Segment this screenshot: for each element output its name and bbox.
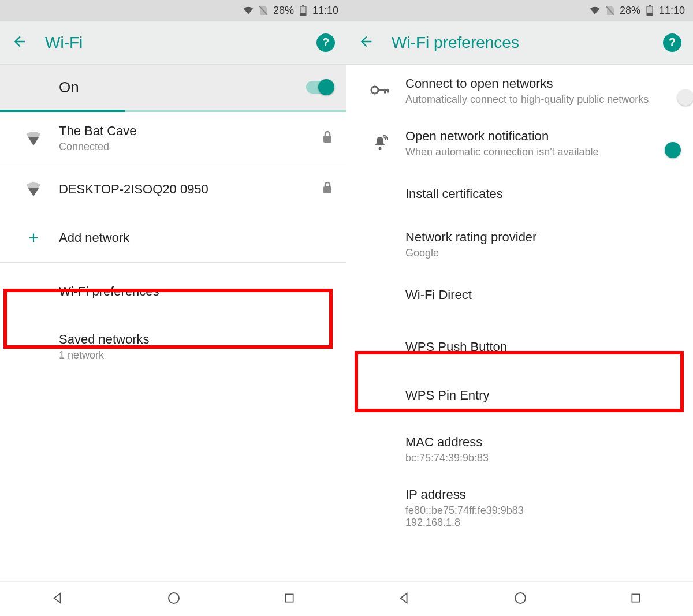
saved-networks-row[interactable]: Saved networks 1 network [0, 320, 346, 373]
svg-rect-11 [378, 89, 388, 91]
mac-value: bc:75:74:39:9b:83 [405, 452, 679, 464]
network-ssid: DESKTOP-2ISOQ20 0950 [59, 182, 322, 197]
network-ssid: The Bat Cave [59, 124, 322, 139]
add-network-label: Add network [59, 230, 333, 245]
add-network-row[interactable]: + Add network [0, 214, 346, 262]
saved-networks-count: 1 network [59, 349, 333, 361]
android-nav-bar [346, 581, 693, 616]
status-bar: 28% 11:10 [346, 0, 693, 21]
wps-pin-label: WPS Pin Entry [405, 388, 679, 403]
wifi-preferences-row[interactable]: Wi-Fi preferences [0, 263, 346, 320]
svg-rect-4 [323, 186, 331, 193]
connect-open-sub: Automatically connect to high-quality pu… [405, 94, 679, 106]
network-status: Connected [59, 141, 322, 153]
rating-title: Network rating provider [405, 230, 679, 245]
ip-address-row: IP address fe80::be75:74ff:fe39:9b83 192… [346, 476, 693, 529]
svg-point-10 [371, 87, 378, 94]
clock: 11:10 [659, 5, 685, 17]
nav-back-icon[interactable] [398, 592, 411, 607]
status-bar: 28% 11:10 [0, 0, 346, 21]
svg-point-5 [169, 593, 179, 603]
saved-networks-label: Saved networks [59, 332, 333, 347]
help-icon[interactable]: ? [663, 33, 681, 52]
wifi-on-label: On [59, 79, 306, 96]
battery-icon [646, 5, 653, 16]
page-title: Wi-Fi [45, 33, 299, 52]
wifi-signal-icon [25, 132, 42, 145]
nav-recent-icon[interactable] [284, 592, 295, 606]
svg-rect-2 [300, 13, 306, 16]
no-sim-icon [259, 6, 267, 15]
battery-pct: 28% [620, 5, 640, 17]
screen-wifi-preferences: 28% 11:10 Wi-Fi preferences ? Connect to… [346, 0, 693, 616]
android-nav-bar [0, 581, 346, 616]
key-icon [370, 84, 390, 98]
wifi-direct-label: Wi-Fi Direct [405, 288, 679, 303]
wifi-signal-icon [25, 182, 42, 196]
wifi-preferences-label: Wi-Fi preferences [59, 284, 333, 299]
nav-home-icon[interactable] [167, 591, 181, 607]
plus-icon: + [28, 228, 39, 248]
notify-sub: When automatic connection isn't availabl… [405, 146, 679, 158]
mac-address-row: MAC address bc:75:74:39:9b:83 [346, 423, 693, 476]
lock-icon [322, 130, 333, 147]
svg-point-14 [379, 147, 382, 150]
network-row[interactable]: DESKTOP-2ISOQ20 0950 [0, 165, 346, 214]
app-bar: Wi-Fi ? [0, 21, 346, 65]
wifi-direct-row[interactable]: Wi-Fi Direct [346, 271, 693, 319]
svg-rect-12 [384, 89, 386, 93]
ip-title: IP address [405, 487, 679, 502]
back-icon[interactable] [358, 33, 374, 52]
no-sim-icon [606, 6, 614, 15]
mac-title: MAC address [405, 435, 679, 450]
ip-value-1: fe80::be75:74ff:fe39:9b83 [405, 505, 679, 517]
screen-wifi: 28% 11:10 Wi-Fi ? On The Bat Cave Connec… [0, 0, 346, 616]
open-network-notification-row[interactable]: Open network notification When automatic… [346, 117, 693, 170]
wps-pin-entry-row[interactable]: WPS Pin Entry [346, 375, 693, 423]
wifi-toggle[interactable] [306, 81, 333, 94]
wps-push-label: WPS Push Button [405, 339, 679, 354]
nav-recent-icon[interactable] [630, 592, 642, 606]
nav-home-icon[interactable] [513, 591, 527, 607]
back-icon[interactable] [12, 33, 28, 52]
connect-open-networks-row[interactable]: Connect to open networks Automatically c… [346, 65, 693, 117]
install-cert-label: Install certificates [405, 186, 679, 201]
battery-icon [300, 5, 307, 16]
battery-pct: 28% [273, 5, 294, 17]
svg-rect-3 [323, 136, 331, 143]
wps-push-button-row[interactable]: WPS Push Button [346, 319, 693, 375]
wifi-status-icon [590, 6, 600, 14]
bell-wifi-icon [372, 135, 388, 153]
svg-rect-13 [387, 89, 389, 92]
network-row[interactable]: The Bat Cave Connected [0, 112, 346, 165]
help-icon[interactable]: ? [316, 33, 335, 52]
svg-rect-6 [285, 594, 293, 602]
page-title: Wi-Fi preferences [392, 33, 646, 52]
network-rating-row[interactable]: Network rating provider Google [346, 218, 693, 271]
svg-point-15 [515, 593, 526, 603]
connect-open-title: Connect to open networks [405, 76, 679, 91]
wifi-master-switch-row[interactable]: On [0, 65, 346, 110]
wifi-status-icon [243, 6, 254, 14]
clock: 11:10 [312, 5, 338, 17]
notify-title: Open network notification [405, 129, 679, 144]
install-certificates-row[interactable]: Install certificates [346, 170, 693, 218]
rating-sub: Google [405, 247, 679, 259]
lock-icon [322, 181, 333, 197]
app-bar: Wi-Fi preferences ? [346, 21, 693, 65]
ip-value-2: 192.168.1.8 [405, 517, 679, 529]
nav-back-icon[interactable] [51, 592, 64, 607]
scan-progress [0, 110, 346, 112]
svg-rect-16 [632, 594, 639, 602]
svg-rect-9 [647, 13, 653, 16]
